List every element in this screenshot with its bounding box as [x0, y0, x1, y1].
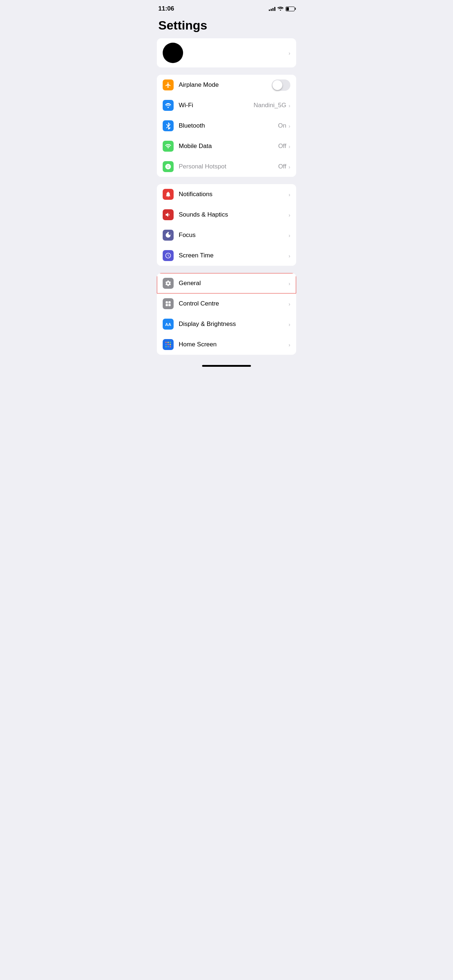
mobile-data-label: Mobile Data — [179, 143, 278, 150]
svg-rect-14 — [170, 346, 171, 347]
sounds-icon — [163, 209, 174, 220]
wifi-item[interactable]: Wi-Fi Nandini_5G › — [157, 95, 296, 116]
mobile-data-item[interactable]: Mobile Data Off › — [157, 136, 296, 156]
screen-time-item[interactable]: Screen Time › — [157, 245, 296, 266]
svg-rect-10 — [167, 344, 169, 345]
svg-rect-3 — [166, 304, 168, 306]
svg-rect-6 — [166, 342, 167, 343]
display-brightness-icon: AA — [163, 319, 174, 329]
wifi-status-icon — [278, 6, 283, 12]
svg-rect-9 — [166, 344, 167, 345]
display-brightness-chevron: › — [289, 321, 290, 328]
svg-rect-1 — [166, 301, 168, 303]
hotspot-chevron: › — [289, 164, 290, 170]
bluetooth-icon — [163, 120, 174, 131]
home-screen-label: Home Screen — [179, 341, 289, 348]
hotspot-icon — [163, 161, 174, 172]
page-title: Settings — [158, 18, 295, 32]
svg-rect-2 — [169, 301, 171, 303]
general-icon — [163, 278, 174, 289]
mobile-data-icon — [163, 141, 174, 152]
status-icons — [269, 6, 295, 12]
control-centre-label: Control Centre — [179, 300, 289, 307]
notifications-chevron: › — [289, 191, 290, 197]
general-label: General — [179, 280, 289, 287]
notifications-icon — [163, 189, 174, 200]
hotspot-label: Personal Hotspot — [179, 163, 278, 170]
sounds-item[interactable]: Sounds & Haptics › — [157, 205, 296, 225]
focus-icon — [163, 230, 174, 240]
wifi-chevron: › — [289, 102, 290, 109]
screen-time-label: Screen Time — [179, 252, 289, 259]
battery-icon — [286, 6, 295, 11]
screen-time-icon — [163, 250, 174, 261]
home-indicator — [151, 362, 302, 368]
bluetooth-label: Bluetooth — [179, 122, 278, 129]
status-time: 11:06 — [158, 5, 174, 13]
mobile-data-chevron: › — [289, 143, 290, 150]
general-item[interactable]: General › — [157, 273, 296, 293]
control-centre-icon — [163, 298, 174, 309]
avatar — [163, 43, 183, 63]
focus-chevron: › — [289, 232, 290, 239]
control-centre-item[interactable]: Control Centre › — [157, 293, 296, 314]
svg-rect-4 — [169, 304, 171, 306]
status-bar: 11:06 — [151, 0, 302, 15]
page-title-container: Settings — [151, 15, 302, 38]
wifi-value: Nandini_5G — [254, 102, 286, 109]
airplane-mode-item[interactable]: Airplane Mode — [157, 75, 296, 95]
svg-rect-11 — [170, 344, 171, 345]
home-screen-item[interactable]: Home Screen › — [157, 334, 296, 355]
airplane-mode-label: Airplane Mode — [179, 81, 272, 89]
system-group: Notifications › Sounds & Haptics › Focus… — [157, 184, 296, 266]
home-screen-chevron: › — [289, 342, 290, 348]
home-bar — [202, 365, 251, 367]
profile-chevron: › — [289, 50, 290, 56]
svg-rect-8 — [170, 342, 171, 343]
screen-time-chevron: › — [289, 253, 290, 259]
svg-rect-12 — [166, 346, 167, 347]
bluetooth-item[interactable]: Bluetooth On › — [157, 116, 296, 136]
svg-point-0 — [167, 166, 169, 168]
hotspot-value: Off — [278, 163, 286, 170]
signal-icon — [269, 6, 275, 11]
bluetooth-chevron: › — [289, 123, 290, 129]
focus-item[interactable]: Focus › — [157, 225, 296, 245]
mobile-data-value: Off — [278, 143, 286, 150]
focus-label: Focus — [179, 232, 289, 239]
control-centre-chevron: › — [289, 301, 290, 307]
svg-rect-13 — [167, 346, 169, 347]
airplane-mode-toggle[interactable] — [272, 80, 290, 91]
home-screen-icon — [163, 339, 174, 350]
bluetooth-value: On — [278, 122, 286, 129]
sounds-label: Sounds & Haptics — [179, 211, 289, 218]
network-group: Airplane Mode Wi-Fi Nandini_5G › Bluetoo… — [157, 75, 296, 177]
general-chevron: › — [289, 280, 290, 286]
airplane-mode-icon — [163, 80, 174, 91]
display-brightness-label: Display & Brightness — [179, 320, 289, 328]
sounds-chevron: › — [289, 212, 290, 218]
svg-text:AA: AA — [165, 322, 171, 327]
svg-rect-7 — [167, 342, 169, 343]
profile-item[interactable]: › — [157, 38, 296, 67]
wifi-icon — [163, 100, 174, 111]
notifications-label: Notifications — [179, 191, 289, 198]
hotspot-item[interactable]: Personal Hotspot Off › — [157, 156, 296, 177]
wifi-label: Wi-Fi — [179, 102, 254, 109]
device-group: General › Control Centre › AA Display & … — [157, 273, 296, 355]
notifications-item[interactable]: Notifications › — [157, 184, 296, 205]
display-brightness-item[interactable]: AA Display & Brightness › — [157, 314, 296, 334]
